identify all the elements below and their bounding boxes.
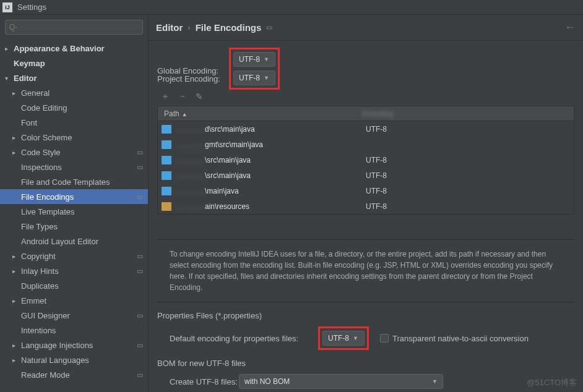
create-utf8-dropdown[interactable]: with NO BOM ▼: [239, 374, 443, 389]
watermark: @51CTO博客: [527, 377, 577, 388]
sidebar-item-code-style[interactable]: ▸Code Style▭: [0, 145, 148, 160]
properties-section-title: Properties Files (*.properties): [157, 311, 574, 320]
chevron-right-icon: ›: [188, 23, 190, 32]
sidebar-item-general[interactable]: ▸General: [0, 85, 148, 100]
transparent-checkbox[interactable]: Transparent native-to-ascii conversion: [380, 334, 529, 343]
folder-icon: [162, 187, 171, 195]
chevron-down-icon: ▼: [264, 75, 269, 81]
table-row[interactable]: …………\src\main\javaUTF-8: [158, 152, 574, 168]
sidebar-item-file-types[interactable]: •File Types: [0, 219, 148, 234]
encoding-cell: UTF-8: [366, 202, 387, 211]
folder-icon: [162, 140, 171, 149]
sort-asc-icon: ▲: [182, 111, 188, 117]
transparent-checkbox-label: Transparent native-to-ascii conversion: [392, 334, 529, 343]
title-bar: IJ Settings: [0, 0, 583, 15]
properties-default-label: Default encoding for properties files:: [170, 334, 318, 343]
column-path[interactable]: Path▲: [158, 109, 356, 118]
project-scope-icon: ▭: [137, 193, 143, 201]
breadcrumb-root[interactable]: Editor: [156, 22, 183, 33]
checkbox-icon: [380, 334, 389, 343]
project-scope-icon: ▭: [137, 312, 143, 320]
global-encoding-dropdown[interactable]: UTF-8 ▼: [233, 52, 275, 67]
project-scope-icon: ▭: [137, 252, 143, 260]
sidebar-item-label: General: [21, 88, 50, 98]
sidebar-item-label: Language Injections: [21, 341, 93, 350]
encoding-cell: UTF-8: [366, 156, 387, 164]
sidebar-item-file-encodings[interactable]: •File Encodings▭: [0, 189, 148, 204]
properties-encoding-dropdown[interactable]: UTF-8 ▼: [322, 331, 365, 346]
table-row[interactable]: …………d\src\main\javaUTF-8: [158, 121, 574, 137]
remove-icon[interactable]: －: [178, 91, 187, 102]
sidebar-item-label: Copyright: [21, 252, 56, 261]
sidebar-item-emmet[interactable]: ▸Emmet: [0, 293, 148, 308]
sidebar-item-label: Android Layout Editor: [21, 237, 98, 246]
sidebar-item-appearance-behavior[interactable]: ▸Appearance & Behavior: [0, 41, 148, 56]
sidebar-item-reader-mode[interactable]: •Reader Mode▭: [0, 367, 148, 382]
table-row[interactable]: …………ain\resourcesUTF-8: [158, 198, 574, 214]
chevron-down-icon: ▼: [353, 335, 358, 341]
chevron-right-icon: ▸: [12, 342, 19, 349]
chevron-right-icon: ▸: [5, 45, 11, 52]
search-input[interactable]: [5, 20, 143, 35]
sidebar-item-copyright[interactable]: ▸Copyright▭: [0, 249, 148, 263]
sidebar-item-color-scheme[interactable]: ▸Color Scheme: [0, 130, 148, 145]
sidebar-item-intentions[interactable]: •Intentions: [0, 323, 148, 338]
encoding-cell: UTF-8: [366, 187, 387, 195]
folder-icon: [162, 156, 171, 164]
path-cell: …………d\src\main\java: [175, 125, 366, 134]
sidebar-item-file-and-code-templates[interactable]: •File and Code Templates: [0, 174, 148, 189]
encoding-table: Path▲ Encoding …………d\src\main\javaUTF-8……: [157, 106, 574, 215]
table-row[interactable]: …………\src\main\javaUTF-8: [158, 168, 574, 183]
sidebar-item-inlay-hints[interactable]: ▸Inlay Hints▭: [0, 263, 148, 278]
project-scope-icon: ▭: [137, 163, 143, 171]
sidebar-item-live-templates[interactable]: •Live Templates: [0, 204, 148, 219]
project-scope-icon: ▭: [137, 371, 143, 379]
sidebar-item-editor[interactable]: ▾Editor: [0, 70, 148, 85]
sidebar-item-label: Color Scheme: [21, 133, 72, 142]
chevron-down-icon: ▼: [264, 56, 269, 62]
sidebar-item-label: File Types: [21, 222, 58, 231]
path-cell: …………\src\main\java: [175, 156, 366, 164]
help-text: To change encoding IntelliJ IDEA uses fo…: [157, 239, 574, 302]
project-encoding-dropdown[interactable]: UTF-8 ▼: [233, 70, 275, 85]
settings-tree: ▸Appearance & Behavior•Keymap▾Editor▸Gen…: [0, 40, 148, 392]
sidebar-item-label: File Encodings: [21, 192, 74, 202]
resources-folder-icon: [162, 202, 171, 211]
sidebar: ▸Appearance & Behavior•Keymap▾Editor▸Gen…: [0, 15, 149, 392]
sidebar-item-inspections[interactable]: •Inspections▭: [0, 160, 148, 174]
sidebar-item-label: Natural Languages: [21, 356, 89, 365]
edit-icon[interactable]: ✎: [196, 92, 203, 101]
chevron-right-icon: ▸: [12, 357, 19, 364]
sidebar-item-label: Reader Mode: [21, 370, 70, 380]
project-scope-icon: ▭: [137, 267, 143, 275]
chevron-right-icon: ▸: [12, 253, 19, 260]
sidebar-item-label: Keymap: [14, 59, 45, 68]
path-cell: …………ain\resources: [175, 202, 366, 211]
chevron-right-icon: ▸: [12, 134, 19, 141]
sidebar-item-code-editing[interactable]: •Code Editing: [0, 100, 148, 115]
sidebar-item-keymap[interactable]: •Keymap: [0, 56, 148, 70]
content-panel: Editor › File Encodings ▭ ← Global Encod…: [149, 15, 583, 392]
sidebar-item-android-layout-editor[interactable]: •Android Layout Editor: [0, 234, 148, 249]
table-row[interactable]: …………\main\javaUTF-8: [158, 183, 574, 198]
folder-icon: [162, 125, 171, 134]
sidebar-item-language-injections[interactable]: ▸Language Injections▭: [0, 338, 148, 352]
sidebar-item-font[interactable]: •Font: [0, 115, 148, 130]
project-scope-icon: ▭: [137, 341, 143, 349]
sidebar-item-gui-designer[interactable]: •GUI Designer▭: [0, 308, 148, 323]
app-logo-icon: IJ: [2, 2, 12, 12]
chevron-down-icon: ▾: [5, 75, 11, 82]
window-title: Settings: [17, 2, 46, 12]
global-encoding-label: Global Encoding:: [157, 66, 229, 75]
create-utf8-label: Create UTF-8 files:: [170, 377, 239, 386]
column-encoding[interactable]: Encoding: [356, 109, 574, 118]
sidebar-item-duplicates[interactable]: •Duplicates: [0, 278, 148, 293]
sidebar-item-label: Duplicates: [21, 281, 59, 291]
back-arrow-icon[interactable]: ←: [564, 21, 576, 34]
sidebar-item-label: Emmet: [21, 296, 46, 305]
table-row[interactable]: …………gmt\src\main\java: [158, 137, 574, 152]
add-icon[interactable]: ＋: [161, 91, 170, 102]
sidebar-item-label: Live Templates: [21, 207, 74, 216]
path-cell: …………\src\main\java: [175, 171, 366, 180]
sidebar-item-natural-languages[interactable]: ▸Natural Languages: [0, 352, 148, 367]
